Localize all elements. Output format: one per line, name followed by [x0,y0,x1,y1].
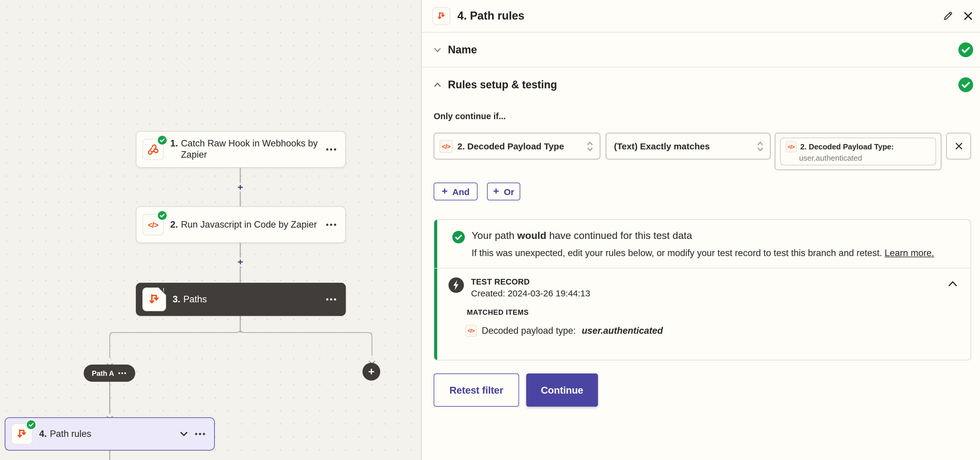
step-menu-button[interactable]: ••• [326,220,337,229]
matched-item: </> Decoded payload type: user.authentic… [465,325,959,337]
step-label: Paths [183,294,207,305]
step-number: 2. [170,219,178,230]
code-icon: </> [465,325,477,337]
retest-filter-button[interactable]: Retest filter [434,373,519,407]
code-app-icon: </> [142,214,164,235]
paths-app-icon [433,7,450,25]
path-menu-button[interactable]: ••• [118,370,127,376]
result-headline: Your path would have continued for this … [472,230,934,242]
condition-operator-dropdown[interactable]: (Text) Exactly matches [606,133,771,159]
select-chevrons-icon [586,140,594,152]
connector-line [109,449,110,460]
condition-field-value: 2. Decoded Payload Type [457,141,564,151]
matched-field-value: user.authenticated [582,326,663,336]
mapped-value-token[interactable]: </> 2. Decoded Payload Type: user.authen… [780,138,936,165]
chevron-down-icon [434,47,442,52]
close-panel-button[interactable] [961,8,976,24]
workflow-canvas[interactable]: + + [0,0,421,460]
arrow-down-icon [368,356,375,360]
delete-rule-button[interactable] [946,133,971,159]
arrow-down-icon [237,278,244,282]
step-card-1[interactable]: 1. Catch Raw Hook in Webhooks by Zapier … [136,131,346,168]
paths-app-icon [11,423,33,444]
section-rules[interactable]: Rules setup & testing [422,68,980,102]
step-number: 4. [39,428,47,439]
plus-icon: + [493,185,499,197]
condition-operator-value: (Text) Exactly matches [614,141,710,151]
only-continue-label: Only continue if... [434,111,506,121]
zap-editor: + + [0,0,980,460]
step-menu-button[interactable]: ••• [195,430,207,438]
collapse-chevron-icon[interactable] [180,431,188,436]
continue-button[interactable]: Continue [526,373,598,407]
select-chevrons-icon [756,140,764,152]
step-label: Path rules [50,428,91,439]
step-card-2[interactable]: </> 2. Run Javascript in Code by Zapier … [136,206,346,243]
section-complete-icon [958,77,974,92]
section-name[interactable]: Name [422,33,980,68]
paths-app-icon: ! [142,287,166,311]
lightning-bolt-icon [449,278,464,293]
step-title: 2. Run Javascript in Code by Zapier [170,219,340,230]
step-card-4[interactable]: 4. Path rules ••• [5,417,215,450]
add-step-button[interactable]: + [236,258,244,266]
edit-title-button[interactable] [940,8,956,24]
step-menu-button[interactable]: ••• [326,295,337,304]
panel-title: 4. Path rules [457,10,524,22]
mapped-field-value: user.authenticated [799,154,931,162]
code-icon: </> [786,141,797,152]
result-detail: If this was unexpected, edit your rules … [472,246,934,260]
code-icon: </> [439,140,453,153]
collapse-test-record-button[interactable] [947,278,959,290]
add-path-button[interactable]: + [363,363,380,381]
step-menu-button[interactable]: ••• [326,145,337,154]
step-label: Run Javascript in Code by Zapier [181,219,317,230]
add-or-rule-button[interactable]: + Or [487,182,520,200]
test-result-box: Your path would have continued for this … [434,219,971,360]
step-settings-panel: 4. Path rules Name [421,0,980,460]
test-record-section: TEST RECORD Created: 2024-03-26 19:44:13… [434,268,970,337]
step-title: 1. Catch Raw Hook in Webhooks by Zapier [170,138,345,161]
step-title: 3. Paths [173,294,231,305]
learn-more-link[interactable]: Learn more. [885,248,934,258]
condition-field-dropdown[interactable]: </> 2. Decoded Payload Type [434,133,600,159]
webhook-app-icon [142,139,164,160]
result-message: Your path would have continued for this … [434,220,970,268]
condition-value-field[interactable]: </> 2. Decoded Payload Type: user.authen… [775,133,942,170]
section-rules-label: Rules setup & testing [448,79,557,91]
success-check-icon [452,231,465,244]
success-check-icon [158,136,167,144]
arrow-down-icon [106,411,113,416]
connector-line [109,382,110,414]
chevron-up-icon [434,82,442,87]
plus-icon: + [442,185,448,197]
path-label: Path A [92,369,114,377]
alert-corner-icon [158,287,166,295]
test-record-created: Created: 2024-03-26 19:44:13 [471,289,590,298]
arrow-down-icon [106,358,113,363]
step-card-3[interactable]: ! 3. Paths ••• [136,283,346,316]
add-step-button[interactable]: + [236,183,244,192]
matched-items-label: MATCHED ITEMS [467,309,959,317]
panel-header: 4. Path rules [422,0,980,33]
matched-field-label: Decoded payload type: [482,326,576,336]
section-name-label: Name [448,44,477,56]
success-check-icon [27,420,36,429]
path-a-pill[interactable]: Path A ••• [84,365,135,382]
section-complete-icon [958,42,974,57]
step-number: 3. [173,294,180,305]
add-and-rule-button[interactable]: + And [434,182,477,200]
step-title: 4. Path rules [39,428,115,439]
step-label: Catch Raw Hook in Webhooks by Zapier [181,138,321,161]
arrow-down-icon [237,201,244,206]
test-record-label: TEST RECORD [471,278,590,287]
branch-split-line [107,327,375,363]
step-number: 1. [170,138,178,161]
mapped-field-label: 2. Decoded Payload Type: [800,142,894,151]
success-check-icon [158,211,167,220]
